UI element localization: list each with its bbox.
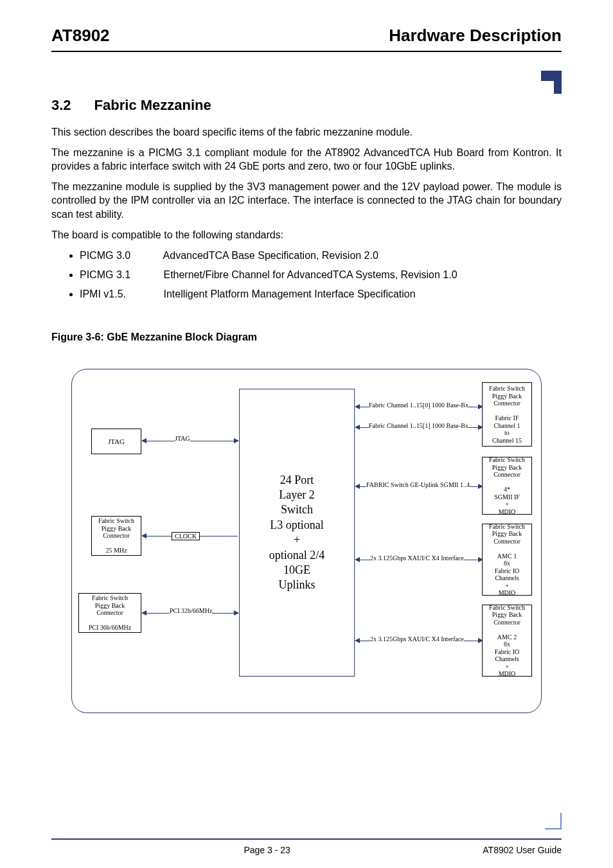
amc2-connector-box: Fabric Switch Piggy Back Connector AMC 2…: [482, 605, 532, 677]
standard-code: PICMG 3.0: [80, 248, 161, 263]
arrow-label: 2x 3.125Gbps XAUI/C X4 Interface: [370, 635, 464, 642]
block-diagram: JTAG Fabric Switch Piggy Back Connector …: [71, 369, 542, 713]
page-number: Page 3 - 23: [244, 845, 290, 855]
arrow-label: Fabric Channel 1..15[0] 1000 Base-Bx: [369, 402, 468, 409]
arrow-label: PCI 32b/66MHz: [170, 607, 212, 614]
standard-code: PICMG 3.1: [80, 267, 161, 283]
list-item: PICMG 3.1 Ethernet/Fibre Channel for Adv…: [80, 267, 562, 283]
arrow-head-icon: [141, 610, 147, 616]
corner-decoration: [536, 71, 562, 94]
amc1-connector-box: Fabric Switch Piggy Back Connector AMC 1…: [482, 524, 532, 596]
header-product: AT8902: [51, 26, 110, 46]
section-title-text: Fabric Mezzanine: [94, 97, 211, 114]
jtag-box: JTAG: [91, 429, 141, 454]
arrow-head-icon: [234, 438, 239, 443]
header-title: Hardware Description: [389, 26, 562, 46]
section-heading: 3.2 Fabric Mezzanine: [51, 97, 562, 114]
fabric-if-connector-box: Fabric Switch Piggy Back Connector Fabri…: [482, 382, 532, 447]
arrow-head-icon: [355, 557, 360, 562]
arrow-head-icon: [141, 533, 147, 538]
arrow-label: 2x 3.125Gbps XAUI/C X4 Interface: [370, 554, 464, 562]
arrow: [147, 441, 238, 441]
sgmii-connector-box: Fabric Switch Piggy Back Connector 4* SG…: [482, 457, 532, 515]
arrow-label: JTAG: [175, 435, 190, 442]
arrow-head-icon: [355, 404, 360, 409]
arrow-head-icon: [234, 610, 239, 616]
switch-center-box: 24 Port Layer 2 Switch L3 optional + opt…: [239, 389, 355, 677]
list-item: IPMI v1.5. Intelligent Platform Manageme…: [80, 287, 562, 302]
pci-connector-box: Fabric Switch Piggy Back Connector PCI 3…: [78, 593, 141, 633]
standards-list: PICMG 3.0 AdvancedTCA Base Specification…: [80, 248, 562, 302]
footer-corner-decoration: [542, 813, 562, 829]
standard-desc: Intelligent Platform Management Interfac…: [163, 288, 415, 299]
arrow-head-icon: [355, 425, 360, 430]
paragraph: The mezzanine module is supplied by the …: [51, 180, 562, 222]
arrow-head-icon: [478, 484, 483, 489]
arrow-label: FABRIC Switch GE-Uplink SGMII 1..4: [366, 481, 470, 488]
section-number: 3.2: [51, 97, 71, 114]
arrow-head-icon: [478, 425, 483, 430]
clock-connector-box: Fabric Switch Piggy Back Connector 25 MH…: [91, 516, 141, 556]
paragraph: The mezzanine is a PICMG 3.1 compliant m…: [51, 146, 562, 173]
paragraph: This section describes the board specifi…: [51, 125, 562, 139]
footer-guide: AT8902 User Guide: [483, 845, 562, 855]
standard-desc: AdvancedTCA Base Specification, Revision…: [163, 250, 378, 261]
page-header: AT8902 Hardware Description: [51, 26, 562, 52]
figure-caption: Figure 3-6: GbE Mezzanine Block Diagram: [51, 332, 562, 343]
arrow-label: Fabric Channel 1..15[1] 1000 Base-Bx: [369, 422, 468, 429]
paragraph: The board is compatible to the following…: [51, 228, 562, 242]
arrow-head-icon: [355, 484, 360, 489]
arrow-label: CLOCK: [172, 532, 200, 540]
page-footer: Page 3 - 23 AT8902 User Guide: [51, 838, 562, 855]
standard-code: IPMI v1.5.: [80, 287, 161, 302]
standard-desc: Ethernet/Fibre Channel for AdvancedTCA S…: [163, 269, 457, 280]
list-item: PICMG 3.0 AdvancedTCA Base Specification…: [80, 248, 562, 263]
arrow-head-icon: [141, 438, 147, 443]
arrow-head-icon: [355, 638, 360, 643]
arrow-head-icon: [478, 557, 483, 562]
arrow-head-icon: [478, 638, 483, 643]
arrow-head-icon: [478, 404, 483, 409]
